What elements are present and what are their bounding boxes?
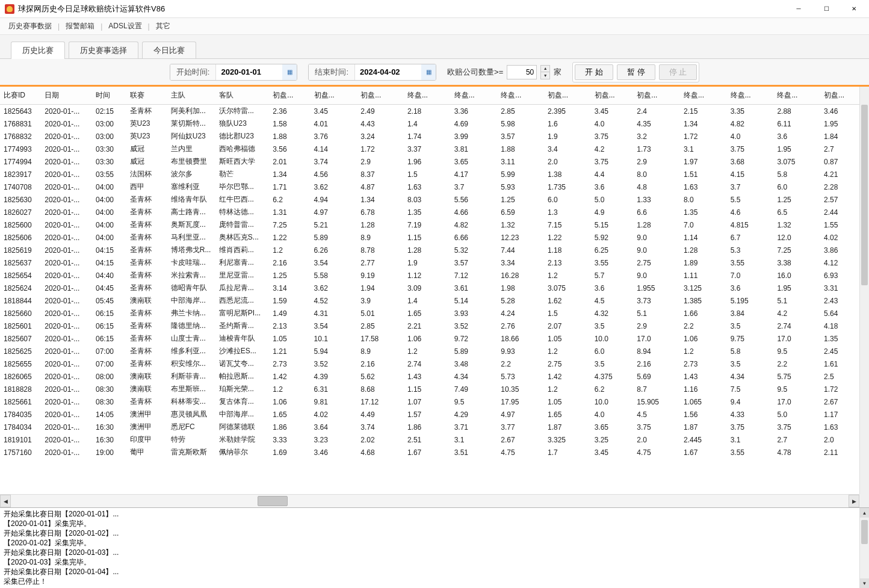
company-count-label: 欧赔公司数量>= (447, 67, 503, 78)
column-header[interactable]: 终盘... (773, 87, 820, 105)
table-row[interactable]: 18239172020-01-...03:55法国杯波尔多勒芒1.344.568… (0, 168, 859, 181)
tabbar: 历史比赛 历史赛事选择 今日比赛 (0, 35, 869, 59)
log-line: 开始采集比赛日期【2020-01-04】... (4, 567, 858, 577)
table-row[interactable]: 17688312020-01-...03:00英U23莱切斯特...狼队U231… (0, 117, 859, 130)
table-row[interactable]: 17749942020-01-...03:30威冠布里顿费里斯旺西大学2.013… (0, 155, 859, 168)
table-row[interactable]: 18188282020-01-...08:30澳南联布里斯班...珀斯光荣...… (0, 383, 859, 395)
column-header[interactable]: 初盘... (633, 87, 680, 105)
table-row[interactable]: 18256612020-01-...08:30圣青杯科林蒂安...复古体育...… (0, 395, 859, 408)
start-date-label: 开始时间: (170, 64, 217, 80)
column-header[interactable]: 联赛 (126, 87, 167, 105)
table-row[interactable]: 18256302020-01-...04:00圣青杯维络青年队红牛巴西...6.… (0, 193, 859, 206)
spin-down-icon[interactable]: ▼ (541, 72, 549, 79)
app-icon (5, 4, 14, 14)
table-row[interactable]: 18256552020-01-...07:00圣青杯积安维尔...诺瓦艾夸...… (0, 357, 859, 370)
table-row[interactable]: 18260272020-01-...04:00圣青杯高士路青...特林达德...… (0, 206, 859, 218)
table-row[interactable]: 18256602020-01-...06:15圣青杯弗兰卡纳...富明尼斯PI.… (0, 307, 859, 320)
table-row[interactable]: 17840352020-01-...14:05澳洲甲惠灵顿凤凰中部海岸...1.… (0, 408, 859, 421)
log-textarea[interactable]: 开始采集比赛日期【2020-01-01】...【2020-01-01】采集完毕。… (4, 509, 858, 587)
column-header[interactable]: 终盘... (497, 87, 544, 105)
column-header[interactable]: 初盘... (357, 87, 404, 105)
log-line: 开始采集比赛日期【2020-01-02】... (4, 528, 858, 538)
end-date-picker-icon[interactable]: ▦ (421, 64, 436, 80)
table-row[interactable]: 18256542020-01-...04:40圣青杯米拉索青...里尼亚雷...… (0, 269, 859, 282)
log-panel: 开始采集比赛日期【2020-01-01】...【2020-01-01】采集完毕。… (0, 507, 869, 588)
table-row[interactable]: 17688322020-01-...03:00英U23阿仙奴U23德比郡U231… (0, 130, 859, 143)
table-row[interactable]: 17749932020-01-...03:30威冠兰内里西哈弗福德3.564.1… (0, 143, 859, 155)
menubar: 历史赛事数据| 报警邮箱| ADSL设置| 其它 (0, 18, 869, 35)
minimize-button[interactable]: ─ (785, 0, 812, 18)
column-header[interactable]: 比赛ID (0, 87, 41, 105)
column-header[interactable]: 终盘... (727, 87, 774, 105)
menu-alert-email[interactable]: 报警邮箱 (62, 19, 98, 34)
column-header[interactable]: 初盘... (544, 87, 591, 105)
maximize-button[interactable]: ☐ (812, 0, 840, 18)
log-line: 开始采集比赛日期【2020-01-01】... (4, 509, 858, 519)
log-scroll-up-icon[interactable]: ▲ (860, 508, 869, 518)
table-row[interactable]: 18260652020-01-...08:00澳南联利斯菲青...帕拉恩斯...… (0, 370, 859, 383)
vertical-scrollbar[interactable] (859, 87, 869, 494)
start-date-input[interactable] (216, 64, 282, 80)
log-line: 【2020-01-02】采集完毕。 (4, 538, 858, 548)
tab-history-select[interactable]: 历史赛事选择 (69, 42, 138, 58)
column-header[interactable]: 初盘... (820, 87, 859, 105)
company-count-unit: 家 (554, 67, 561, 78)
company-count-input[interactable] (507, 65, 537, 79)
log-line: 开始采集比赛日期【2020-01-03】... (4, 548, 858, 557)
table-row[interactable]: 17840342020-01-...16:30澳洲甲悉尼FC阿德莱德联1.863… (0, 421, 859, 433)
end-date-input[interactable] (355, 64, 421, 80)
start-button[interactable]: 开 始 (575, 64, 613, 80)
column-header[interactable]: 客队 (215, 87, 269, 105)
stop-button[interactable]: 停 止 (659, 64, 697, 80)
company-count-spinner: ▲ ▼ (540, 65, 550, 79)
table-row[interactable]: 18256012020-01-...06:15圣青杯隆德里纳...圣约斯青...… (0, 320, 859, 332)
column-header[interactable]: 初盘... (269, 87, 310, 105)
pause-button[interactable]: 暂 停 (617, 64, 655, 80)
menu-history-data[interactable]: 历史赛事数据 (5, 19, 55, 34)
log-scroll-down-icon[interactable]: ▼ (860, 578, 869, 588)
table-row[interactable]: 18256242020-01-...04:45圣青杯德昭青年队瓜拉尼青...3.… (0, 282, 859, 294)
data-grid[interactable]: 比赛ID日期时间联赛主队客队初盘...初盘...初盘...终盘...终盘...终… (0, 87, 859, 459)
table-row[interactable]: 18256072020-01-...06:15圣青杯山度士青...迪梭青年队1.… (0, 332, 859, 345)
tab-today-matches[interactable]: 今日比赛 (142, 42, 196, 58)
table-row[interactable]: 18256192020-01-...04:15圣青杯博塔弗戈R...维肖西莉..… (0, 244, 859, 256)
tab-history-matches[interactable]: 历史比赛 (11, 42, 65, 59)
table-row[interactable]: 18256002020-01-...04:00圣青杯奥斯瓦度...庞特普雷...… (0, 218, 859, 231)
table-row[interactable]: 18256432020-01-...02:15圣青杯阿美利加...沃尔特雷...… (0, 105, 859, 118)
column-header[interactable]: 日期 (41, 87, 92, 105)
menu-adsl-settings[interactable]: ADSL设置 (105, 19, 145, 34)
close-button[interactable]: ✕ (840, 0, 868, 18)
table-row[interactable]: 18256252020-01-...07:00圣青杯维多利亚...沙滩拉ES..… (0, 345, 859, 357)
log-scroll-thumb[interactable] (861, 520, 868, 544)
spin-up-icon[interactable]: ▲ (541, 66, 549, 73)
start-date-picker-icon[interactable]: ▦ (282, 64, 297, 80)
table-row[interactable]: 18191012020-01-...16:30印度甲特劳米勒娃学院3.333.2… (0, 433, 859, 446)
table-row[interactable]: 18188442020-01-...05:45澳南联中部海岸...西悉尼流...… (0, 294, 859, 307)
scroll-right-icon[interactable]: ▶ (849, 495, 859, 507)
action-buttons: 开 始 暂 停 停 止 (572, 62, 699, 82)
horizontal-scrollbar[interactable]: ◀ ▶ (0, 494, 859, 507)
table-row[interactable]: 17571602020-01-...19:00葡甲雷克斯欧斯佩纳菲尔1.693.… (0, 446, 859, 459)
vertical-scroll-thumb[interactable] (861, 105, 868, 285)
table-row[interactable]: 17407082020-01-...04:00西甲塞维利亚毕尔巴鄂...1.71… (0, 181, 859, 193)
start-date-group: 开始时间: ▦ (170, 64, 298, 81)
log-scrollbar[interactable]: ▲ ▼ (859, 508, 869, 588)
table-row[interactable]: 18256062020-01-...04:00圣青杯马利里亚...奥林匹克S..… (0, 231, 859, 244)
menu-other[interactable]: 其它 (152, 19, 174, 34)
window-titlebar: 球探网历史今日足球欧赔统计运算软件V86 ─ ☐ ✕ (0, 0, 869, 18)
column-header[interactable]: 时间 (92, 87, 126, 105)
table-row[interactable]: 18256372020-01-...04:15圣青杯卡皮哇瑞...利尼塞青...… (0, 256, 859, 269)
column-header[interactable]: 终盘... (680, 87, 727, 105)
scroll-left-icon[interactable]: ◀ (0, 495, 11, 507)
horizontal-scroll-thumb[interactable] (258, 496, 288, 506)
log-line: 采集已停止！ (4, 577, 858, 586)
end-date-label: 结束时间: (309, 64, 355, 80)
toolbar: 开始时间: ▦ 结束时间: ▦ 欧赔公司数量>= ▲ ▼ 家 开 始 暂 停 停… (0, 59, 869, 87)
column-header[interactable]: 初盘... (591, 87, 634, 105)
column-header[interactable]: 终盘... (451, 87, 498, 105)
log-line: 【2020-01-01】采集完毕。 (4, 519, 858, 528)
column-header[interactable]: 初盘... (311, 87, 357, 105)
column-header[interactable]: 主队 (167, 87, 215, 105)
column-header[interactable]: 终盘... (404, 87, 451, 105)
close-icon: ✕ (852, 5, 856, 12)
